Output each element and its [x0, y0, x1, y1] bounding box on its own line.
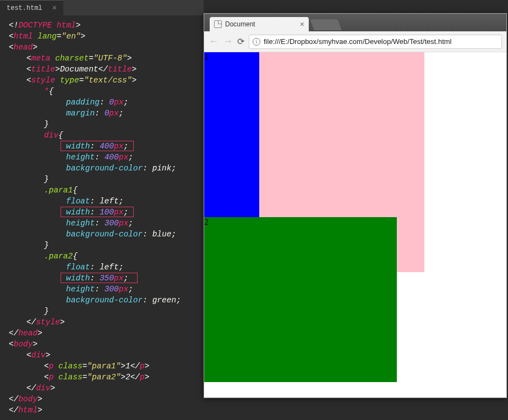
val-lang: "en": [62, 32, 81, 41]
unit: px: [114, 98, 123, 107]
unit: px: [114, 274, 123, 283]
prop-width: width: [66, 274, 90, 283]
prop-padding: padding: [66, 98, 100, 107]
doctype: DOCTYPE html: [18, 21, 75, 30]
val-left: left: [100, 197, 119, 206]
close-icon[interactable]: ×: [52, 4, 57, 12]
num: 400: [100, 142, 114, 151]
browser-tab-title: Document: [225, 20, 255, 28]
prop-float: float: [66, 263, 90, 272]
prop-margin: margin: [66, 109, 95, 118]
unit: px: [114, 142, 123, 151]
unit: px: [119, 153, 128, 162]
address-bar: ← → ⟳ i file:///E:/Dropbox/smyhvae.com/D…: [204, 31, 506, 52]
p1-text: 1: [125, 362, 130, 371]
attr-type: type: [60, 76, 79, 85]
info-icon[interactable]: i: [253, 38, 260, 46]
unit: px: [119, 219, 128, 228]
val-type: "text/css": [84, 76, 132, 85]
page-icon: [214, 20, 222, 28]
editor-tab-label: test.html: [7, 4, 42, 12]
code-editor: test.html × <!DOCTYPE html> <html lang="…: [0, 0, 204, 420]
attr-lang: lang: [37, 32, 57, 41]
browser-viewport: 1 2: [204, 52, 506, 397]
num: 400: [105, 153, 119, 162]
sel-star: *: [44, 87, 49, 96]
unit: px: [119, 285, 128, 294]
close-icon[interactable]: ×: [300, 20, 304, 29]
num: 300: [105, 219, 119, 228]
num: 300: [105, 285, 119, 294]
attr-class: class: [58, 362, 83, 371]
new-tab-button[interactable]: [310, 19, 341, 30]
browser-tab[interactable]: Document ×: [210, 17, 309, 31]
val-left: left: [100, 263, 119, 272]
reload-icon[interactable]: ⟳: [237, 36, 244, 47]
val-charset: "UTF-8": [94, 54, 127, 63]
num: 0: [109, 98, 114, 107]
browser-window: Document × ← → ⟳ i file:///E:/Dropbox/sm…: [204, 13, 507, 398]
browser-tab-bar: Document ×: [204, 14, 506, 31]
val-class: "para1": [87, 362, 121, 371]
prop-bg: background-color: [66, 296, 143, 305]
sel-div: div: [44, 131, 58, 140]
val-blue: blue: [152, 230, 172, 239]
attr-charset: charset: [55, 54, 89, 63]
back-icon[interactable]: ←: [209, 36, 219, 47]
attr-class: class: [58, 373, 83, 382]
code-area[interactable]: <!DOCTYPE html> <html lang="en"> <head> …: [0, 15, 204, 420]
prop-height: height: [66, 153, 95, 162]
sel-para2: .para2: [44, 252, 73, 261]
p2-text: 2: [125, 373, 130, 382]
rendered-para2: 2: [204, 217, 397, 382]
editor-tab-bar: test.html ×: [0, 0, 204, 15]
unit: px: [114, 208, 123, 217]
prop-width: width: [66, 142, 90, 151]
prop-width: width: [66, 208, 90, 217]
sel-para1: .para1: [44, 186, 73, 195]
prop-bg: background-color: [66, 164, 143, 173]
prop-bg: background-color: [66, 230, 143, 239]
val-class: "para2": [87, 373, 121, 382]
prop-height: height: [66, 285, 95, 294]
val-green: green: [152, 296, 177, 305]
val-pink: pink: [152, 164, 172, 173]
rendered-para1: 1: [204, 52, 259, 217]
url-input[interactable]: i file:///E:/Dropbox/smyhvae.com/Develop…: [249, 35, 502, 49]
num: 100: [100, 208, 114, 217]
url-text: file:///E:/Dropbox/smyhvae.com/Develop/W…: [264, 37, 452, 46]
title-text: Document: [60, 65, 99, 74]
unit: px: [109, 109, 118, 118]
editor-tab[interactable]: test.html ×: [0, 0, 63, 15]
num: 350: [100, 274, 114, 283]
forward-icon[interactable]: →: [223, 36, 233, 47]
prop-float: float: [66, 197, 90, 206]
prop-height: height: [66, 219, 95, 228]
